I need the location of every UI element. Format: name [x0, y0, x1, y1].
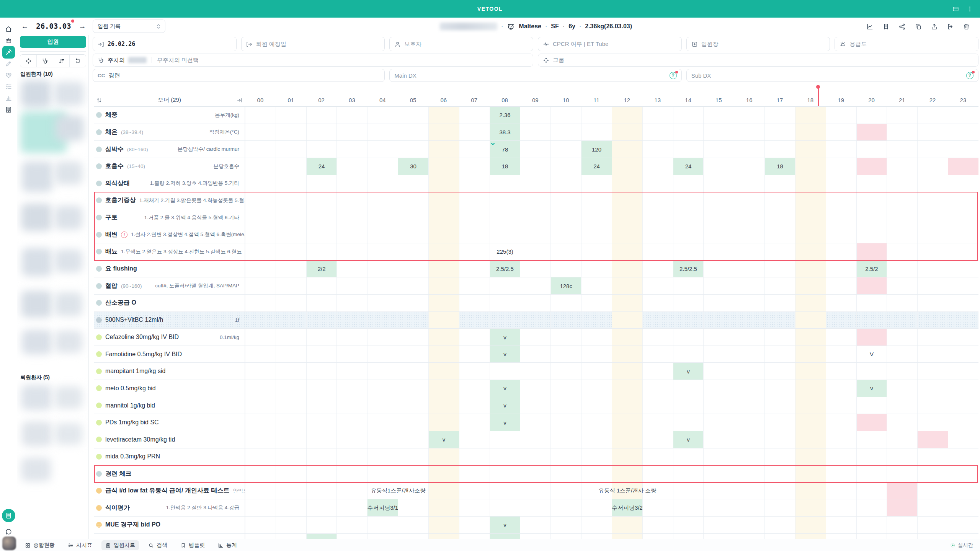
grid-cell-h20[interactable]	[856, 107, 887, 124]
grid-cell-h10[interactable]	[550, 243, 581, 260]
grid-cell-h08[interactable]	[490, 534, 520, 539]
grid-cell-h13[interactable]	[642, 312, 673, 329]
discharged-card-redacted[interactable]	[22, 422, 52, 446]
grid-cell-h19[interactable]	[826, 277, 856, 294]
grid-cell-h14[interactable]	[673, 175, 704, 192]
grid-cell-h18[interactable]	[795, 483, 826, 499]
grid-cell-h06[interactable]	[428, 363, 459, 380]
grid-cell-h18[interactable]	[795, 517, 826, 533]
patient-card-redacted[interactable]	[21, 291, 52, 318]
grid-cell-h04[interactable]	[367, 107, 398, 124]
grid-cell-h18[interactable]	[795, 329, 826, 346]
grid-cell-h14[interactable]	[673, 192, 704, 209]
order-cell[interactable]: 요 flushing	[94, 261, 245, 277]
sort-icon[interactable]	[96, 97, 102, 103]
grid-cell-h18[interactable]	[795, 209, 826, 226]
grid-cell-h04[interactable]	[367, 465, 398, 482]
grid-cell-h23[interactable]	[948, 483, 978, 499]
grid-cell-h10[interactable]	[550, 312, 581, 329]
grid-cell-h15[interactable]	[703, 483, 734, 499]
grid-cell-h17[interactable]	[764, 295, 795, 311]
sub-dx-field[interactable]: Sub DX ?	[686, 69, 978, 82]
grid-cell-h20[interactable]	[856, 243, 887, 260]
grid-cell-h05[interactable]	[398, 277, 428, 294]
grid-cell-h07[interactable]	[459, 124, 490, 141]
grid-cell-h11[interactable]	[581, 243, 612, 260]
grid-cell-h11[interactable]	[581, 329, 612, 346]
grid-cell-h09[interactable]	[520, 329, 550, 346]
grid-cell-h15[interactable]	[703, 517, 734, 533]
grid-cell-h04[interactable]	[367, 192, 398, 209]
grid-cell-h07[interactable]	[459, 243, 490, 260]
grid-cell-h20[interactable]	[856, 312, 887, 329]
grid-cell-h15[interactable]	[703, 107, 734, 124]
grid-cell-h13[interactable]	[642, 141, 673, 158]
grid-cell-h08[interactable]	[490, 226, 520, 243]
grid-cell-h18[interactable]	[795, 295, 826, 311]
grid-cell-h06[interactable]	[428, 312, 459, 329]
grid-cell-h05[interactable]	[398, 192, 428, 209]
grid-cell-h04[interactable]	[367, 312, 398, 329]
grid-cell-h14[interactable]	[673, 448, 704, 465]
grid-cell-h09[interactable]	[520, 243, 550, 260]
order-cell[interactable]: 배변!1.설사 2.연변 3.정상변 4.점액 5.혈액 6.흑변(mele..…	[94, 226, 245, 243]
grid-cell-h04[interactable]	[367, 448, 398, 465]
grid-cell-h19[interactable]	[826, 465, 856, 482]
grid-cell-h22[interactable]	[917, 363, 948, 380]
grid-cell-h06[interactable]	[428, 261, 459, 277]
grid-cell-h00[interactable]	[245, 414, 276, 431]
grid-cell-h10[interactable]	[550, 483, 581, 499]
grid-cell-h08[interactable]	[490, 209, 520, 226]
grid-cell-h00[interactable]	[245, 192, 276, 209]
grid-cell-h02[interactable]	[306, 346, 337, 363]
grid-cell-h13[interactable]	[642, 465, 673, 482]
main-dx-field[interactable]: Main DX ?	[389, 69, 681, 82]
grid-cell-h21[interactable]	[887, 414, 917, 431]
grid-cell-h18[interactable]	[795, 380, 826, 397]
grid-cell-h17[interactable]	[764, 448, 795, 465]
grid-cell-h16[interactable]	[734, 124, 764, 141]
grid-cell-h04[interactable]	[367, 226, 398, 243]
signout-icon[interactable]	[947, 23, 954, 30]
grid-cell-h10[interactable]	[550, 517, 581, 533]
grid-cell-h19[interactable]	[826, 346, 856, 363]
grid-cell-h12[interactable]	[612, 346, 642, 363]
grid-cell-h19[interactable]	[826, 431, 856, 448]
grid-cell-h04[interactable]	[367, 141, 398, 158]
share-icon[interactable]	[898, 23, 906, 30]
grid-cell-h03[interactable]	[336, 107, 367, 124]
grid-cell-h14[interactable]	[673, 329, 704, 346]
grid-cell-h12[interactable]	[612, 107, 642, 124]
grid-cell-h21[interactable]	[887, 209, 917, 226]
grid-cell-h01[interactable]	[276, 209, 306, 226]
grid-cell-h18[interactable]	[795, 192, 826, 209]
grid-cell-h19[interactable]	[826, 363, 856, 380]
guardian-field[interactable]: 보호자	[389, 37, 533, 51]
grid-cell-h00[interactable]	[245, 124, 276, 141]
grid-cell-h05[interactable]	[398, 465, 428, 482]
grid-cell-h07[interactable]	[459, 175, 490, 192]
grid-cell-h00[interactable]	[245, 277, 276, 294]
grid-cell-h01[interactable]	[276, 312, 306, 329]
grid-cell-h20[interactable]	[856, 431, 887, 448]
grid-cell-h20[interactable]: V	[856, 346, 887, 363]
discharged-card-redacted[interactable]	[55, 423, 82, 445]
grid-cell-h15[interactable]	[703, 261, 734, 277]
grid-cell-h03[interactable]	[336, 483, 367, 499]
veterinarian-field[interactable]: 주치의 부주치의 미선택	[93, 54, 533, 67]
grid-cell-h13[interactable]	[642, 499, 673, 516]
grid-cell-h10[interactable]	[550, 209, 581, 226]
grid-cell-h05[interactable]	[398, 107, 428, 124]
grid-cell-h20[interactable]	[856, 329, 887, 346]
grid-cell-h06[interactable]	[428, 192, 459, 209]
grid-cell-h19[interactable]	[826, 295, 856, 311]
grid-cell-h03[interactable]	[336, 175, 367, 192]
grid-cell-h10[interactable]	[550, 158, 581, 175]
grid-cell-h09[interactable]	[520, 141, 550, 158]
grid-cell-h16[interactable]	[734, 499, 764, 516]
grid-cell-h09[interactable]	[520, 534, 550, 539]
grid-cell-h09[interactable]	[520, 124, 550, 141]
grid-cell-h15[interactable]	[703, 277, 734, 294]
grid-cell-h16[interactable]	[734, 346, 764, 363]
grid-cell-h09[interactable]	[520, 380, 550, 397]
